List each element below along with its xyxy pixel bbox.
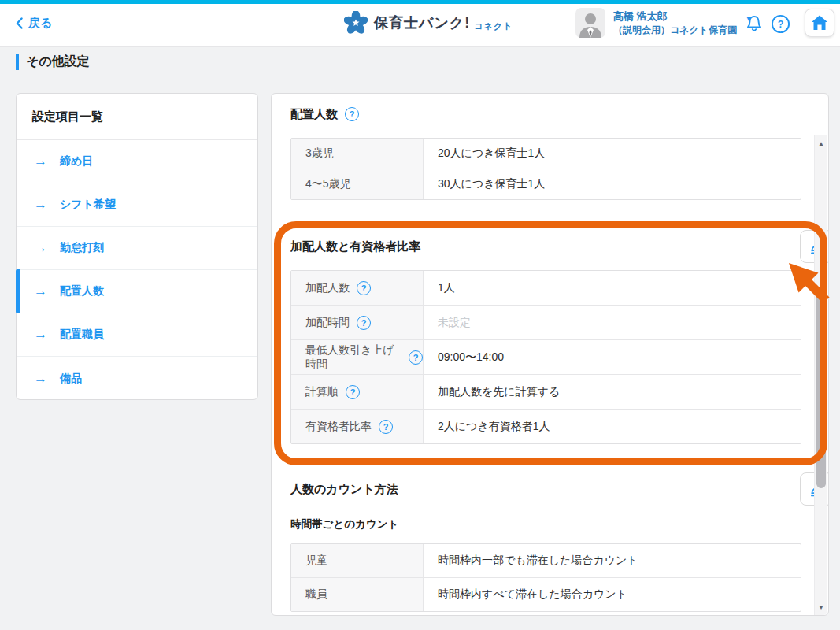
row-value: 30人につき保育士1人 bbox=[424, 169, 801, 199]
table-row: 児童 時間枠内一部でも滞在した場合カウント bbox=[291, 544, 801, 578]
row-label-text: 加配時間 bbox=[305, 316, 350, 330]
table-row: 4〜5歳児 30人につき保育士1人 bbox=[291, 169, 801, 199]
user-info: 高橋 浩太郎 （説明会用）コネクト保育園 bbox=[613, 9, 737, 36]
user-menu[interactable]: 高橋 浩太郎 （説明会用）コネクト保育園 ▼ bbox=[575, 8, 753, 38]
row-value: 09:00〜14:00 bbox=[424, 340, 801, 374]
sidebar-item[interactable]: → シフト希望 bbox=[17, 183, 257, 227]
count-table: 児童 時間枠内一部でも滞在した場合カウント 職員 時間枠内すべて滞在した場合カウ… bbox=[290, 543, 801, 612]
row-label-text: 有資格者比率 bbox=[305, 420, 372, 434]
row-label: 児童 bbox=[291, 544, 424, 577]
row-value: 未設定 bbox=[424, 306, 801, 339]
table-row: 計算順 ? 加配人数を先に計算する bbox=[291, 375, 801, 410]
back-button[interactable]: 戻る bbox=[16, 16, 52, 31]
question-circle-icon: ? bbox=[771, 14, 790, 34]
sakura-logo-icon bbox=[344, 11, 368, 35]
sidebar-item-label: 備品 bbox=[60, 372, 82, 386]
sidebar-list: → 締め日 → シフト希望 → 勤怠打刻 → 配置人数 bbox=[17, 140, 257, 400]
row-label-text: 加配人数 bbox=[305, 281, 350, 295]
staffing-ratio-table: 3歳児 20人につき保育士1人 4〜5歳児 30人につき保育士1人 bbox=[290, 138, 801, 200]
home-button[interactable] bbox=[805, 9, 834, 37]
row-label: 3歳児 bbox=[291, 139, 424, 169]
sidebar-item[interactable]: → 配置人数 bbox=[17, 270, 257, 313]
sidebar-item-label: シフト希望 bbox=[60, 198, 116, 212]
help-icon[interactable]: ? bbox=[345, 107, 359, 121]
kahai-section-title: 加配人数と有資格者比率 bbox=[290, 239, 420, 254]
accent-strip bbox=[0, 0, 840, 4]
bell-icon bbox=[745, 14, 764, 33]
svg-text:?: ? bbox=[777, 19, 783, 30]
table-row: 職員 時間枠内すべて滞在した場合カウント bbox=[291, 578, 801, 611]
sidebar-item[interactable]: → 配置職員 bbox=[17, 313, 257, 357]
row-value: 時間枠内すべて滞在した場合カウント bbox=[424, 578, 801, 611]
help-icon[interactable]: ? bbox=[357, 316, 371, 330]
count-section-title: 人数のカウント方法 bbox=[290, 482, 398, 497]
row-value: 1人 bbox=[424, 271, 801, 305]
row-label: 職員 bbox=[291, 578, 424, 611]
placement-settings-panel: 配置人数 ? 3歳児 20人につき保育士1人 4〜5歳児 30 bbox=[271, 93, 829, 616]
help-button[interactable]: ? bbox=[769, 13, 791, 35]
row-label-text: 計算順 bbox=[305, 385, 339, 399]
panel-title: 配置人数 bbox=[290, 107, 338, 122]
sidebar-item-label: 勤怠打刻 bbox=[60, 241, 104, 255]
help-icon[interactable]: ? bbox=[357, 281, 371, 295]
row-label-text: 最低人数引き上げ時間 bbox=[305, 343, 401, 372]
back-label: 戻る bbox=[28, 16, 52, 31]
help-icon[interactable]: ? bbox=[409, 350, 423, 365]
arrow-right-icon: → bbox=[34, 371, 47, 387]
arrow-right-icon: → bbox=[34, 154, 47, 169]
scrollbar[interactable]: ▲ ▼ bbox=[814, 135, 827, 615]
app-logo[interactable]: 保育士バンク! コネクト bbox=[344, 11, 513, 35]
count-section-header: 人数のカウント方法 bbox=[290, 473, 828, 505]
scroll-down-arrow[interactable]: ▼ bbox=[815, 601, 827, 613]
toolbar-divider bbox=[797, 13, 797, 35]
row-label: 有資格者比率 ? bbox=[291, 410, 424, 443]
sidebar-item-label: 配置人数 bbox=[60, 284, 104, 298]
app-window: 戻る 保育士バンク! コネクト bbox=[0, 0, 840, 630]
table-row: 有資格者比率 ? 2人につき有資格者1人 bbox=[291, 410, 801, 443]
table-row: 最低人数引き上げ時間 ? 09:00〜14:00 bbox=[291, 340, 801, 375]
table-row: 加配時間 ? 未設定 bbox=[291, 306, 801, 340]
logo-text: 保育士バンク! bbox=[374, 13, 470, 32]
settings-sidebar: 設定項目一覧 → 締め日 → シフト希望 → 勤怠打刻 → bbox=[16, 93, 258, 400]
panel-header: 配置人数 ? bbox=[272, 94, 828, 135]
row-value: 20人につき保育士1人 bbox=[424, 139, 801, 169]
scrollbar-thumb[interactable] bbox=[816, 291, 826, 488]
kahai-table: 加配人数 ? 1人 加配時間 ? 未設定 bbox=[290, 270, 801, 444]
title-accent-bar bbox=[16, 54, 19, 70]
row-label: 加配時間 ? bbox=[291, 306, 424, 339]
sidebar-item-label: 配置職員 bbox=[60, 328, 104, 342]
table-row: 加配人数 ? 1人 bbox=[291, 271, 801, 306]
top-bar: 戻る 保育士バンク! コネクト bbox=[0, 0, 840, 47]
row-label: 4〜5歳児 bbox=[291, 169, 424, 199]
arrow-right-icon: → bbox=[34, 240, 47, 256]
row-label: 最低人数引き上げ時間 ? bbox=[291, 340, 424, 374]
arrow-right-icon: → bbox=[34, 327, 47, 343]
row-value: 2人につき有資格者1人 bbox=[424, 410, 801, 443]
scroll-up-arrow[interactable]: ▲ bbox=[815, 137, 827, 150]
help-icon[interactable]: ? bbox=[379, 420, 393, 434]
count-subsection-title: 時間帯ごとのカウント bbox=[290, 517, 828, 532]
row-value: 加配人数を先に計算する bbox=[424, 375, 801, 409]
avatar bbox=[575, 8, 605, 38]
notifications-button[interactable] bbox=[743, 13, 765, 35]
arrow-right-icon: → bbox=[34, 197, 47, 213]
sidebar-title: 設定項目一覧 bbox=[17, 94, 257, 140]
arrow-right-icon: → bbox=[34, 284, 47, 299]
page-title: その他設定 bbox=[16, 54, 90, 70]
sidebar-item[interactable]: → 締め日 bbox=[17, 140, 257, 183]
row-label: 加配人数 ? bbox=[291, 271, 424, 305]
logo-subtext: コネクト bbox=[474, 20, 513, 32]
sidebar-item-label: 締め日 bbox=[60, 154, 93, 169]
chevron-left-icon bbox=[16, 17, 23, 29]
sidebar-item[interactable]: → 勤怠打刻 bbox=[17, 227, 257, 270]
table-row: 3歳児 20人につき保育士1人 bbox=[291, 139, 801, 169]
help-icon[interactable]: ? bbox=[346, 385, 360, 399]
sidebar-item[interactable]: → 備品 bbox=[17, 357, 257, 400]
row-value: 時間枠内一部でも滞在した場合カウント bbox=[424, 544, 801, 577]
row-label: 計算順 ? bbox=[291, 375, 424, 409]
user-name: 高橋 浩太郎 bbox=[613, 9, 737, 24]
page-title-text: その他設定 bbox=[26, 54, 90, 70]
user-organization: （説明会用）コネクト保育園 bbox=[613, 24, 737, 36]
home-icon bbox=[811, 15, 828, 31]
kahai-section-header: 加配人数と有資格者比率 bbox=[290, 230, 828, 263]
